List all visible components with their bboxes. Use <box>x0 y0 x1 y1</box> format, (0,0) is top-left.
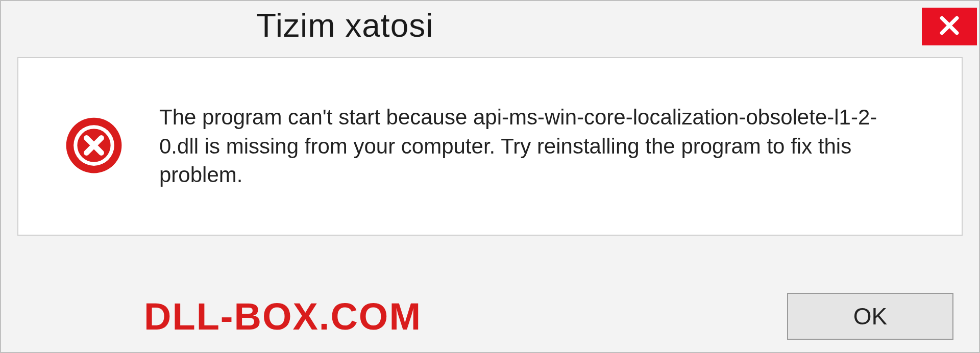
error-dialog: Tizim xatosi The program can't start bec… <box>0 0 980 353</box>
dialog-footer: DLL-BOX.COM OK <box>1 293 979 340</box>
titlebar: Tizim xatosi <box>1 1 979 50</box>
content-panel: The program can't start because api-ms-w… <box>17 57 963 236</box>
close-icon <box>938 14 961 39</box>
close-button[interactable] <box>922 8 977 45</box>
error-icon <box>64 116 124 177</box>
watermark-text: DLL-BOX.COM <box>144 295 422 338</box>
ok-button[interactable]: OK <box>787 293 953 340</box>
error-message: The program can't start because api-ms-w… <box>159 103 910 190</box>
dialog-title: Tizim xatosi <box>256 7 433 44</box>
